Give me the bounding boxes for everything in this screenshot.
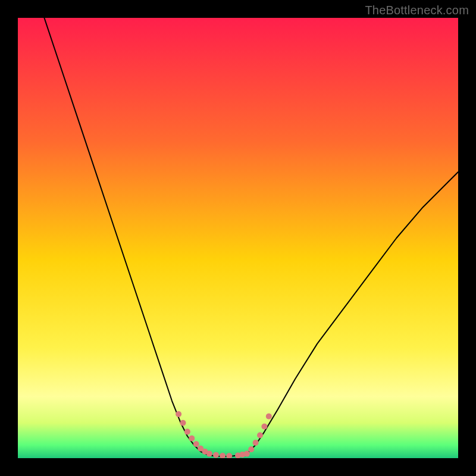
plot-area [18,18,458,458]
marker-dot [213,452,219,458]
marker-dot [257,433,263,439]
gradient-background [18,18,458,458]
marker-dot [266,414,272,419]
watermark-text: TheBottleneck.com [365,4,469,17]
marker-dot [176,411,181,417]
chart-svg [18,18,458,458]
marker-dot [253,440,259,446]
marker-dot [180,420,186,426]
chart-stage: TheBottleneck.com [0,0,476,476]
marker-dot [184,429,190,435]
marker-dot [206,451,212,457]
marker-dot [261,424,267,430]
marker-dot [244,451,250,457]
marker-dot [189,436,195,441]
marker-dot [193,441,199,447]
marker-dot [248,446,254,452]
